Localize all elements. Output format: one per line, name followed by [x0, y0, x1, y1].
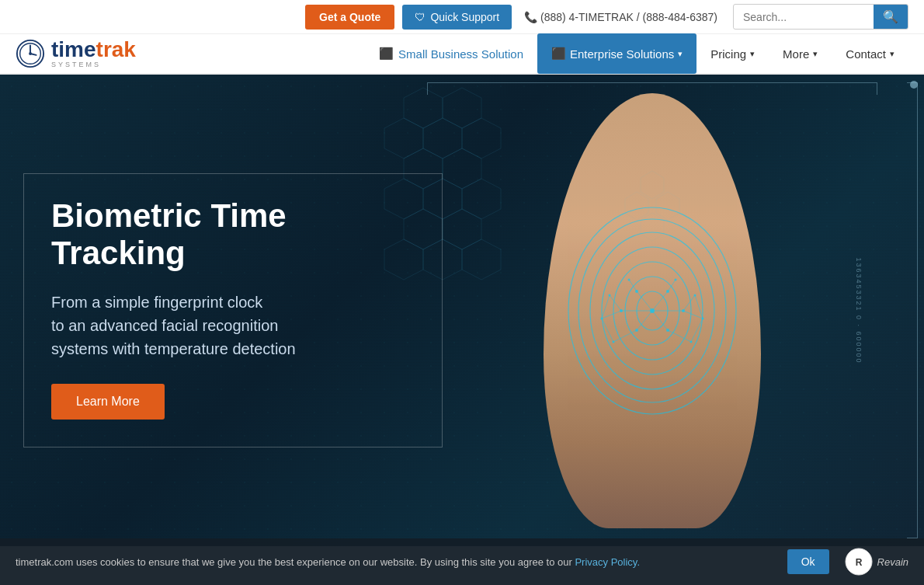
- search-button[interactable]: 🔍: [874, 5, 908, 29]
- circuit-overlay: [544, 93, 761, 528]
- nav-more[interactable]: More ▾: [769, 33, 832, 74]
- svg-marker-45: [641, 171, 664, 199]
- hero-description: From a simple fingerprint clock to an ad…: [51, 291, 415, 360]
- small-biz-icon: ⬛: [379, 47, 394, 61]
- shield-icon: 🛡: [415, 11, 426, 23]
- svg-line-34: [683, 295, 695, 311]
- svg-marker-47: [625, 192, 648, 220]
- nav-bar: timetrak SYSTEMS ⬛ Small Business Soluti…: [0, 34, 924, 75]
- quick-support-button[interactable]: 🛡 Quick Support: [402, 5, 512, 30]
- svg-line-44: [691, 319, 703, 342]
- nav-enterprise[interactable]: ⬛ Enterprise Solutions ▾: [537, 33, 696, 74]
- search-input[interactable]: [734, 6, 874, 28]
- phone-icon: 📞: [524, 11, 537, 23]
- svg-marker-52: [423, 118, 462, 158]
- hero-image-area: 1363453321 0 · 600000: [380, 75, 924, 546]
- get-quote-button[interactable]: Get a Quote: [305, 5, 394, 30]
- nav-enterprise-label: Enterprise Solutions: [570, 47, 674, 61]
- nav-pricing-label: Pricing: [710, 47, 746, 61]
- barcode-text: 1363453321 0 · 600000: [854, 257, 862, 364]
- logo-clock-icon: [16, 39, 45, 68]
- svg-line-36: [683, 311, 703, 319]
- hero-title: Biometric Time Tracking: [51, 197, 415, 273]
- svg-point-4: [29, 52, 32, 55]
- learn-more-button[interactable]: Learn More: [51, 384, 165, 420]
- phone-number: (888) 4-TIMETRAK / (888-484-6387): [540, 11, 717, 23]
- svg-line-43: [602, 319, 613, 342]
- nav-pricing[interactable]: Pricing ▾: [696, 33, 769, 74]
- svg-marker-46: [656, 192, 679, 220]
- corner-marker: [910, 81, 918, 89]
- svg-line-39: [629, 280, 637, 291]
- nav-items: ⬛ Small Business Solution ⬛ Enterprise S…: [159, 33, 908, 74]
- support-label: Quick Support: [430, 11, 499, 23]
- chevron-down-icon: ▾: [890, 49, 894, 59]
- search-form: 🔍: [733, 4, 908, 30]
- enterprise-icon: ⬛: [551, 47, 566, 61]
- svg-marker-48: [641, 213, 664, 241]
- hero-section: Biometric Time Tracking From a simple fi…: [0, 75, 924, 546]
- nav-more-label: More: [783, 47, 809, 61]
- cookie-bar: timetrak.com uses cookies to ensure that…: [0, 538, 924, 546]
- svg-line-33: [610, 295, 621, 311]
- ruler-right: [907, 82, 918, 538]
- nav-contact-label: Contact: [846, 47, 886, 61]
- logo-wordmark: timetrak: [51, 39, 136, 61]
- svg-marker-51: [384, 118, 423, 158]
- svg-line-35: [602, 311, 621, 319]
- logo[interactable]: timetrak SYSTEMS: [16, 39, 136, 68]
- finger-container: [466, 85, 839, 536]
- hero-content: Biometric Time Tracking From a simple fi…: [23, 173, 458, 448]
- chevron-down-icon: ▾: [678, 49, 683, 59]
- svg-line-40: [668, 280, 676, 291]
- logo-sub: SYSTEMS: [51, 61, 136, 68]
- nav-contact[interactable]: Contact ▾: [832, 33, 908, 74]
- chevron-down-icon: ▾: [750, 49, 755, 59]
- circuit-svg: [544, 93, 761, 528]
- top-bar: Get a Quote 🛡 Quick Support 📞 (888) 4-TI…: [0, 0, 924, 34]
- hero-box: Biometric Time Tracking From a simple fi…: [23, 173, 443, 448]
- nav-small-business[interactable]: ⬛ Small Business Solution: [365, 33, 537, 74]
- phone-link[interactable]: 📞 (888) 4-TIMETRAK / (888-484-6387): [524, 11, 717, 23]
- chevron-down-icon: ▾: [813, 49, 818, 59]
- nav-small-business-label: Small Business Solution: [398, 47, 523, 61]
